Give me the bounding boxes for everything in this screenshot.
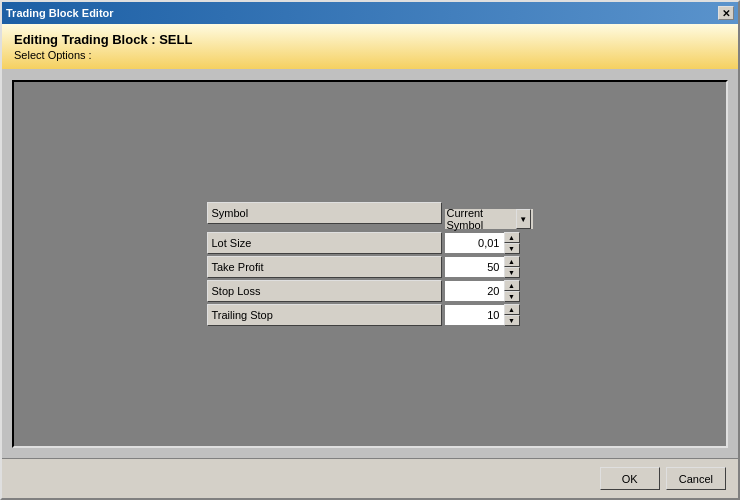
stop-loss-up-button[interactable]: ▲ — [504, 280, 520, 291]
lot-size-label-cell: Lot Size — [207, 231, 442, 255]
trailing-stop-label: Trailing Stop — [207, 304, 442, 326]
trailing-stop-down-button[interactable]: ▼ — [504, 315, 520, 326]
ok-button[interactable]: OK — [600, 467, 660, 490]
lot-size-up-button[interactable]: ▲ — [504, 232, 520, 243]
symbol-dropdown[interactable]: Current Symbol ▼ — [444, 208, 534, 230]
window: Trading Block Editor ✕ Editing Trading B… — [0, 0, 740, 500]
stop-loss-row: Stop Loss ▲ ▼ — [207, 279, 534, 303]
lot-size-input[interactable] — [444, 232, 504, 254]
trailing-stop-up-button[interactable]: ▲ — [504, 304, 520, 315]
lot-size-label: Lot Size — [207, 232, 442, 254]
trailing-stop-label-cell: Trailing Stop — [207, 303, 442, 327]
symbol-label-cell: Symbol — [207, 201, 442, 231]
form-table: Symbol Current Symbol ▼ Lot Size — [207, 201, 534, 327]
dropdown-arrow-icon[interactable]: ▼ — [516, 209, 531, 229]
main-content: Symbol Current Symbol ▼ Lot Size — [2, 70, 738, 458]
take-profit-input-cell: ▲ ▼ — [442, 255, 534, 279]
trailing-stop-spinner: ▲ ▼ — [444, 304, 534, 326]
take-profit-row: Take Profit ▲ ▼ — [207, 255, 534, 279]
lot-size-spinner-buttons: ▲ ▼ — [504, 232, 520, 254]
editing-title: Editing Trading Block : SELL — [14, 32, 726, 47]
cancel-button[interactable]: Cancel — [666, 467, 726, 490]
take-profit-label: Take Profit — [207, 256, 442, 278]
trailing-stop-input[interactable] — [444, 304, 504, 326]
trailing-stop-spinner-buttons: ▲ ▼ — [504, 304, 520, 326]
trailing-stop-row: Trailing Stop ▲ ▼ — [207, 303, 534, 327]
select-options-label: Select Options : — [14, 49, 726, 61]
take-profit-up-button[interactable]: ▲ — [504, 256, 520, 267]
take-profit-label-cell: Take Profit — [207, 255, 442, 279]
bottom-bar: OK Cancel — [2, 458, 738, 498]
title-bar: Trading Block Editor ✕ — [2, 2, 738, 24]
close-button[interactable]: ✕ — [718, 6, 734, 20]
inner-panel: Symbol Current Symbol ▼ Lot Size — [12, 80, 728, 448]
take-profit-down-button[interactable]: ▼ — [504, 267, 520, 278]
trailing-stop-input-cell: ▲ ▼ — [442, 303, 534, 327]
take-profit-spinner: ▲ ▼ — [444, 256, 534, 278]
stop-loss-label: Stop Loss — [207, 280, 442, 302]
symbol-dropdown-value: Current Symbol — [447, 207, 516, 231]
lot-size-spinner: ▲ ▼ — [444, 232, 534, 254]
lot-size-input-cell: ▲ ▼ — [442, 231, 534, 255]
header-area: Editing Trading Block : SELL Select Opti… — [2, 24, 738, 70]
take-profit-spinner-buttons: ▲ ▼ — [504, 256, 520, 278]
take-profit-input[interactable] — [444, 256, 504, 278]
stop-loss-spinner: ▲ ▼ — [444, 280, 534, 302]
stop-loss-label-cell: Stop Loss — [207, 279, 442, 303]
symbol-label: Symbol — [207, 202, 442, 224]
symbol-row: Symbol Current Symbol ▼ — [207, 201, 534, 231]
stop-loss-down-button[interactable]: ▼ — [504, 291, 520, 302]
symbol-input-cell: Current Symbol ▼ — [442, 201, 534, 231]
window-title: Trading Block Editor — [6, 7, 114, 19]
stop-loss-input[interactable] — [444, 280, 504, 302]
lot-size-row: Lot Size ▲ ▼ — [207, 231, 534, 255]
stop-loss-input-cell: ▲ ▼ — [442, 279, 534, 303]
stop-loss-spinner-buttons: ▲ ▼ — [504, 280, 520, 302]
lot-size-down-button[interactable]: ▼ — [504, 243, 520, 254]
